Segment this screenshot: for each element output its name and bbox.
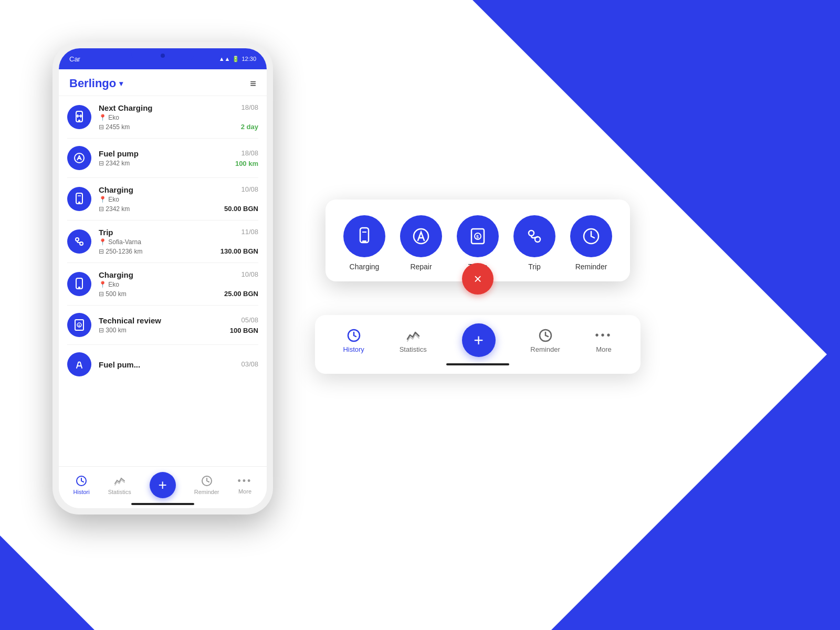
bnp-label-more: More xyxy=(596,345,612,353)
list-item[interactable]: Fuel pum... 03/08 xyxy=(67,345,258,384)
list-item[interactable]: Charging 10/08 📍 Eko ⊟ 2342 km 50.00 BGN xyxy=(67,178,258,220)
item-date: 18/08 xyxy=(241,149,258,157)
fab-popup-card: Charging Repair $ Taxes xyxy=(326,200,630,281)
item-km: ⊟ 250-1236 km xyxy=(99,248,142,255)
nav-add-button[interactable]: + xyxy=(150,472,176,498)
item-icon-taxes: $ xyxy=(67,313,91,337)
bnp-add-button[interactable]: + xyxy=(462,323,496,357)
time-display: 12:30 xyxy=(242,56,256,62)
bottom-nav-popup: History Statistics + Reminder ••• xyxy=(315,315,640,374)
item-location: 📍 Eko xyxy=(99,196,119,203)
notch xyxy=(131,48,194,63)
nav-item-statistics[interactable]: Statistics xyxy=(108,475,131,495)
status-bar: Car ▲▲ 🔋 12:30 xyxy=(59,48,267,69)
popup-icon-charging xyxy=(343,215,385,257)
popup-item-charging[interactable]: Charging xyxy=(343,215,385,271)
items-list: Next Charging 18/08 📍 Eko ⊟ 2455 km 2 da… xyxy=(59,96,267,472)
item-content: Trip 11/08 📍 Sofia-Varna ⊟ 250-1236 km 1… xyxy=(99,228,258,255)
popup-icon-reminder xyxy=(570,215,612,257)
item-title: Technical review xyxy=(99,316,161,325)
popup-label-reminder: Reminder xyxy=(575,262,607,271)
fab-close-button[interactable]: × xyxy=(462,263,494,295)
list-item[interactable]: Charging 10/08 📍 Eko ⊟ 500 km 25.00 BGN xyxy=(67,263,258,306)
svg-rect-8 xyxy=(78,202,80,204)
svg-rect-4 xyxy=(78,120,80,122)
item-date: 10/08 xyxy=(241,270,258,278)
item-title: Charging xyxy=(99,185,133,194)
svg-text:$: $ xyxy=(78,324,80,328)
item-content: Technical review 05/08 ⊟ 300 km 100 BGN xyxy=(99,316,258,334)
item-content: Fuel pum... 03/08 xyxy=(99,360,258,369)
bnp-label-history: History xyxy=(343,345,364,353)
phone-screen: Car ▲▲ 🔋 12:30 Berlingo ▾ ≡ xyxy=(59,48,267,508)
bnp-history-icon xyxy=(346,328,362,343)
nav-item-history[interactable]: Histori xyxy=(74,475,90,495)
item-date: 05/08 xyxy=(241,316,258,324)
item-amount: 50.00 BGN xyxy=(224,205,258,213)
nav-label-more: More xyxy=(238,488,251,495)
bnp-home-indicator xyxy=(446,363,509,365)
popup-item-trip[interactable]: Trip xyxy=(513,215,555,271)
item-content: Charging 10/08 📍 Eko ⊟ 500 km 25.00 BGN xyxy=(99,270,258,298)
item-icon-trip xyxy=(67,229,91,254)
notch-dot xyxy=(161,54,165,58)
status-bar-car-label: Car xyxy=(69,55,80,63)
item-amount: 100 km xyxy=(235,160,258,167)
phone-bottom-nav: Histori Statistics + xyxy=(59,466,267,508)
bnp-more-icon: ••• xyxy=(595,328,613,343)
item-title: Next Charging xyxy=(99,103,153,112)
item-icon-charging xyxy=(67,187,91,211)
item-km: ⊟ 500 km xyxy=(99,290,127,298)
item-km: ⊟ 2342 km xyxy=(99,205,130,213)
more-icon: ••• xyxy=(238,476,253,487)
bnp-label-statistics: Statistics xyxy=(400,345,427,353)
bnp-item-more[interactable]: ••• More xyxy=(595,328,613,353)
phone-mockup: Car ▲▲ 🔋 12:30 Berlingo ▾ ≡ xyxy=(52,42,273,514)
item-km: ⊟ 2342 km xyxy=(99,160,130,167)
item-amount: 100 BGN xyxy=(230,327,258,334)
item-date: 18/08 xyxy=(241,103,258,111)
popup-label-repair: Repair xyxy=(410,262,432,271)
bnp-item-history[interactable]: History xyxy=(343,328,364,353)
bnp-item-reminder[interactable]: Reminder xyxy=(530,328,560,353)
app-header: Berlingo ▾ ≡ xyxy=(59,69,267,96)
menu-icon[interactable]: ≡ xyxy=(250,78,256,90)
item-amount: 25.00 BGN xyxy=(224,290,258,298)
reminder-icon xyxy=(201,475,213,487)
svg-point-10 xyxy=(76,238,79,241)
item-title: Fuel pum... xyxy=(99,360,140,369)
item-amount: 130.00 BGN xyxy=(220,247,258,255)
list-item[interactable]: Next Charging 18/08 📍 Eko ⊟ 2455 km 2 da… xyxy=(67,96,258,139)
item-icon-repair xyxy=(67,146,91,170)
item-date: 10/08 xyxy=(241,185,258,193)
popup-item-repair[interactable]: Repair xyxy=(400,215,442,271)
nav-item-more[interactable]: ••• More xyxy=(238,476,253,495)
list-item[interactable]: Fuel pump 18/08 ⊟ 2342 km 100 km xyxy=(67,139,258,178)
popup-item-reminder[interactable]: Reminder xyxy=(570,215,612,271)
svg-point-28 xyxy=(529,230,534,236)
item-date: 11/08 xyxy=(241,228,258,236)
list-item[interactable]: $ Technical review 05/08 ⊟ 300 km 100 BG… xyxy=(67,306,258,345)
app-title-container[interactable]: Berlingo ▾ xyxy=(69,77,123,90)
battery-icon: 🔋 xyxy=(232,56,239,62)
item-amount: 2 day xyxy=(241,123,258,131)
bnp-label-reminder: Reminder xyxy=(530,345,560,353)
statistics-icon xyxy=(113,475,126,487)
nav-label-statistics: Statistics xyxy=(108,489,131,495)
bg-triangle-top-right xyxy=(472,0,840,368)
bnp-statistics-icon xyxy=(405,328,421,343)
svg-text:$: $ xyxy=(476,234,479,239)
bottom-nav-popup-inner: History Statistics + Reminder ••• xyxy=(326,323,630,357)
svg-rect-20 xyxy=(360,228,369,243)
item-content: Charging 10/08 📍 Eko ⊟ 2342 km 50.00 BGN xyxy=(99,185,258,213)
item-km: ⊟ 2455 km xyxy=(99,123,130,131)
nav-label-history: Histori xyxy=(74,489,90,495)
list-item[interactable]: Trip 11/08 📍 Sofia-Varna ⊟ 250-1236 km 1… xyxy=(67,220,258,263)
bnp-item-statistics[interactable]: Statistics xyxy=(400,328,427,353)
phone-frame: Car ▲▲ 🔋 12:30 Berlingo ▾ ≡ xyxy=(52,42,273,514)
nav-item-reminder[interactable]: Reminder xyxy=(194,475,219,495)
status-icons: ▲▲ 🔋 12:30 xyxy=(219,56,256,62)
item-content: Next Charging 18/08 📍 Eko ⊟ 2455 km 2 da… xyxy=(99,103,258,131)
item-title: Fuel pump xyxy=(99,149,139,158)
item-icon-charging xyxy=(67,272,91,296)
